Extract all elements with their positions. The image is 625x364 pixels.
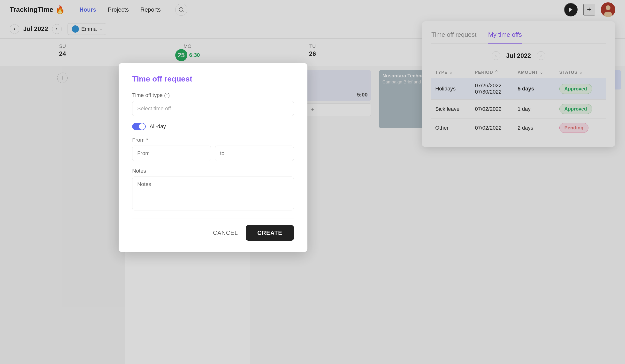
type-select[interactable]: Select time off: [132, 101, 294, 116]
notes-label: Notes: [132, 168, 294, 174]
from-label: From *: [132, 137, 294, 143]
type-label: Time off type (*): [132, 92, 294, 98]
allday-toggle-row: All-day: [132, 123, 294, 130]
allday-label: All-day: [150, 123, 166, 130]
modal-divider: [132, 218, 294, 218]
form-group-from: From *: [132, 137, 294, 161]
form-group-notes: Notes: [132, 168, 294, 211]
toggle-knob: [139, 123, 145, 130]
modal-title: Time off request: [132, 75, 294, 84]
create-button[interactable]: CREATE: [246, 225, 294, 241]
timeoff-request-modal: Time off request Time off type (*) Selec…: [119, 63, 308, 252]
notes-textarea[interactable]: [132, 177, 294, 210]
cancel-button[interactable]: CANCEL: [213, 229, 238, 236]
to-input[interactable]: [215, 146, 294, 161]
allday-toggle[interactable]: [132, 123, 146, 130]
modal-actions: CANCEL CREATE: [132, 225, 294, 241]
from-row: [132, 146, 294, 161]
from-input[interactable]: [132, 146, 211, 161]
modal-overlay: Time off request Time off type (*) Selec…: [0, 0, 625, 364]
form-group-type: Time off type (*) Select time off: [132, 92, 294, 116]
